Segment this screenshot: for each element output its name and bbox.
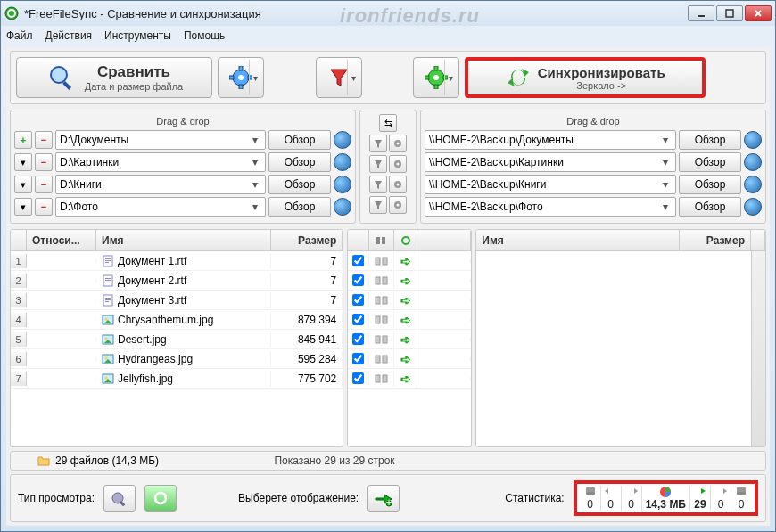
dropdown-icon[interactable] bbox=[659, 156, 672, 168]
file-icon bbox=[102, 255, 114, 267]
menu-actions[interactable]: Действия bbox=[45, 29, 93, 42]
browse-button[interactable]: Обзор bbox=[679, 130, 741, 150]
include-checkbox[interactable] bbox=[348, 371, 369, 386]
table-row[interactable]: 5 Desert.jpg 845 941 bbox=[11, 330, 343, 349]
chk-header[interactable] bbox=[348, 230, 369, 250]
remove-pair-button[interactable]: − bbox=[35, 176, 53, 193]
cat-header[interactable] bbox=[369, 230, 394, 250]
filter-button[interactable] bbox=[316, 57, 362, 98]
path-combo[interactable]: \\HOME-2\Backup\Картинки bbox=[425, 152, 676, 172]
browse-button[interactable]: Обзор bbox=[679, 197, 741, 217]
table-row[interactable]: 3 Документ 3.rtf 7 bbox=[11, 291, 343, 310]
dropdown-icon[interactable] bbox=[347, 60, 359, 95]
action-icon[interactable]: ➪ bbox=[394, 252, 417, 270]
browse-button[interactable]: Обзор bbox=[268, 130, 331, 150]
collapse-button[interactable]: ▾ bbox=[14, 176, 32, 193]
menu-help[interactable]: Помощь bbox=[184, 29, 225, 42]
view-category-button[interactable] bbox=[103, 485, 136, 512]
dropdown-icon[interactable] bbox=[659, 178, 672, 191]
scrollbar[interactable] bbox=[751, 251, 765, 446]
action-icon[interactable]: ➪ bbox=[394, 331, 417, 348]
remove-pair-button[interactable]: − bbox=[35, 131, 53, 149]
remove-pair-button[interactable]: − bbox=[35, 153, 53, 171]
pair-filter-button[interactable] bbox=[369, 155, 387, 173]
col-name-header[interactable]: Имя bbox=[96, 230, 271, 250]
browse-button[interactable]: Обзор bbox=[268, 197, 331, 217]
dropdown-icon[interactable] bbox=[249, 60, 261, 95]
browse-button[interactable]: Обзор bbox=[268, 152, 331, 172]
cloud-button[interactable] bbox=[744, 198, 762, 216]
view-action-button[interactable] bbox=[144, 485, 177, 512]
menu-tools[interactable]: Инструменты bbox=[104, 29, 171, 42]
cloud-button[interactable] bbox=[334, 198, 351, 216]
cloud-button[interactable] bbox=[744, 176, 762, 193]
maximize-button[interactable] bbox=[716, 5, 743, 21]
sync-settings-button[interactable] bbox=[413, 57, 459, 98]
cloud-button[interactable] bbox=[334, 131, 351, 149]
minimize-button[interactable] bbox=[688, 5, 714, 21]
table-row[interactable]: 4 Chrysanthemum.jpg 879 394 bbox=[11, 310, 343, 330]
action-icon[interactable]: ➪ bbox=[394, 291, 417, 309]
path-combo[interactable]: D:\Книги bbox=[55, 175, 266, 194]
path-combo[interactable]: D:\Картинки bbox=[55, 152, 266, 172]
path-combo[interactable]: \\HOME-2\Backup\Книги bbox=[425, 175, 676, 194]
cloud-button[interactable] bbox=[744, 153, 762, 171]
pair-filter-button[interactable] bbox=[369, 176, 387, 193]
include-checkbox[interactable] bbox=[348, 292, 369, 307]
include-checkbox[interactable] bbox=[348, 273, 369, 288]
pair-settings-button[interactable] bbox=[389, 135, 407, 152]
col-size-header[interactable]: Размер bbox=[680, 230, 751, 250]
action-icon[interactable]: ➪ bbox=[394, 272, 417, 290]
include-checkbox[interactable] bbox=[348, 253, 369, 268]
action-icon[interactable]: ➪ bbox=[394, 370, 417, 388]
close-button[interactable] bbox=[745, 5, 772, 21]
col-size-header[interactable]: Размер bbox=[271, 230, 343, 250]
dropdown-icon[interactable] bbox=[444, 60, 457, 95]
pair-filter-button[interactable] bbox=[369, 135, 387, 152]
pair-settings-button[interactable] bbox=[389, 155, 407, 173]
act-header[interactable] bbox=[394, 230, 417, 250]
browse-button[interactable]: Обзор bbox=[679, 175, 741, 194]
include-checkbox[interactable] bbox=[348, 331, 369, 347]
compare-button[interactable]: СравнитьДата и размер файла bbox=[16, 57, 212, 98]
compare-settings-button[interactable] bbox=[218, 57, 264, 98]
collapse-button[interactable]: ▾ bbox=[14, 153, 32, 171]
include-checkbox[interactable] bbox=[348, 351, 369, 366]
menu-file[interactable]: Файл bbox=[6, 29, 33, 42]
table-row[interactable]: 1 Документ 1.rtf 7 bbox=[11, 251, 343, 271]
cloud-button[interactable] bbox=[334, 153, 351, 171]
swap-button[interactable]: ⇆ bbox=[379, 114, 397, 132]
pair-settings-button[interactable] bbox=[389, 196, 407, 214]
action-icon[interactable]: ➪ bbox=[394, 350, 417, 368]
browse-button[interactable]: Обзор bbox=[268, 175, 331, 194]
col-rel-header[interactable]: Относи... bbox=[27, 230, 96, 250]
add-pair-button[interactable]: + bbox=[14, 131, 32, 149]
browse-button[interactable]: Обзор bbox=[679, 152, 741, 172]
dropdown-icon[interactable] bbox=[249, 134, 261, 146]
path-combo[interactable]: D:\Фото bbox=[55, 197, 266, 217]
dropdown-icon[interactable] bbox=[249, 178, 261, 191]
table-row[interactable]: 7 Jellyfish.jpg 775 702 bbox=[11, 369, 343, 389]
rownum-header[interactable] bbox=[11, 230, 27, 250]
dropdown-icon[interactable] bbox=[249, 156, 261, 168]
row-number: 2 bbox=[11, 274, 27, 288]
table-row[interactable]: 6 Hydrangeas.jpg 595 284 bbox=[11, 349, 343, 369]
path-combo[interactable]: D:\Документы bbox=[55, 130, 266, 150]
include-checkbox[interactable] bbox=[348, 312, 369, 327]
remove-pair-button[interactable]: − bbox=[35, 198, 53, 216]
display-filter-button[interactable]: + bbox=[367, 485, 400, 512]
path-combo[interactable]: \\HOME-2\Backup\Фото bbox=[425, 197, 676, 217]
collapse-button[interactable]: ▾ bbox=[14, 198, 32, 216]
dropdown-icon[interactable] bbox=[659, 201, 672, 213]
table-row[interactable]: 2 Документ 2.rtf 7 bbox=[11, 271, 343, 291]
cloud-button[interactable] bbox=[334, 176, 351, 193]
col-name-header[interactable]: Имя bbox=[476, 230, 680, 250]
action-icon[interactable]: ➪ bbox=[394, 311, 417, 329]
dropdown-icon[interactable] bbox=[249, 201, 261, 213]
path-combo[interactable]: \\HOME-2\Backup\Документы bbox=[425, 130, 676, 150]
cloud-button[interactable] bbox=[744, 131, 762, 149]
pair-filter-button[interactable] bbox=[369, 196, 387, 214]
dropdown-icon[interactable] bbox=[659, 134, 672, 146]
pair-settings-button[interactable] bbox=[389, 176, 407, 193]
sync-button[interactable]: СинхронизироватьЗеркало -> bbox=[465, 57, 706, 98]
